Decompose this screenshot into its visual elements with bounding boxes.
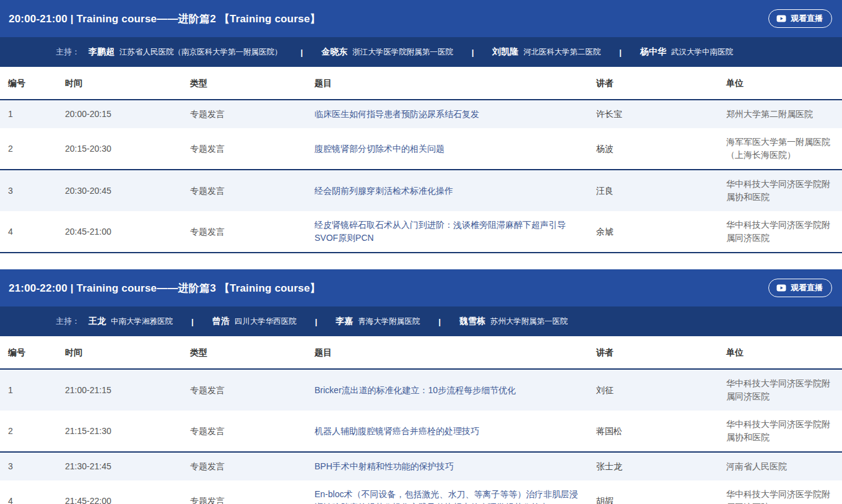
watch-live-button-2[interactable]: 观看直播 xyxy=(768,279,832,297)
cell-number: 2 xyxy=(0,411,57,452)
hosts-label: 主持： xyxy=(56,316,80,327)
host-name: 曾浩 xyxy=(212,316,230,327)
cell-speaker: 余虓 xyxy=(588,211,718,253)
play-icon xyxy=(776,14,786,24)
cell-time: 20:45-21:00 xyxy=(57,211,182,253)
table-row: 4 21:45-22:00 专题发言 En-bloc术（不同设备，包括激光、水刀… xyxy=(0,480,842,504)
host-affiliation: 浙江大学医学院附属第一医院 xyxy=(352,47,453,58)
col-header-type: 类型 xyxy=(182,67,306,100)
host-affiliation: 武汉大学中南医院 xyxy=(671,47,733,58)
table-header-row: 编号 时间 类型 题目 讲者 单位 xyxy=(0,67,842,100)
cell-type: 专题发言 xyxy=(182,369,306,411)
cell-time: 20:30-20:45 xyxy=(57,170,182,211)
cell-unit: 华中科技大学同济医学院附属协和医院 xyxy=(718,411,842,452)
cell-unit: 郑州大学第二附属医院 xyxy=(718,100,842,128)
host-separator: | xyxy=(191,317,194,326)
table-row: 3 21:30-21:45 专题发言 BPH手术中射精和性功能的保护技巧 张士龙… xyxy=(0,452,842,480)
host-item: 金晓东 浙江大学医学院附属第一医院 xyxy=(321,46,453,58)
cell-unit: 华中科技大学同济医学院附属协和医院 xyxy=(718,170,842,211)
watch-live-button-1[interactable]: 观看直播 xyxy=(768,9,832,28)
schedule-table-1: 编号 时间 类型 题目 讲者 单位 1 20:00-20:15 专题发言 临床医… xyxy=(0,67,842,253)
cell-unit: 华中科技大学同济医学院附属同济医院 xyxy=(718,369,842,411)
cell-type: 专题发言 xyxy=(182,100,306,128)
cell-topic: Bricker流出道的标准化建立：10步流程每步细节优化 xyxy=(306,369,588,411)
cell-type: 专题发言 xyxy=(182,452,306,480)
session-1-title: 20:00-21:00 | Training course——进阶篇2 【Tra… xyxy=(9,12,321,26)
cell-speaker: 胡嘏 xyxy=(588,480,718,504)
host-separator: | xyxy=(472,48,474,57)
cell-topic: 经会阴前列腺穿刺活检术标准化操作 xyxy=(306,170,588,211)
table-row: 1 20:00-20:15 专题发言 临床医生如何指导患者预防泌尿系结石复发 许… xyxy=(0,100,842,128)
col-header-speaker: 讲者 xyxy=(588,67,718,100)
host-separator: | xyxy=(315,317,318,326)
host-name: 刘凯隆 xyxy=(492,46,518,58)
cell-number: 1 xyxy=(0,369,57,411)
host-affiliation: 江苏省人民医院（南京医科大学第一附属医院） xyxy=(119,47,282,58)
cell-speaker: 张士龙 xyxy=(588,452,718,480)
host-affiliation: 河北医科大学第二医院 xyxy=(523,47,601,58)
cell-type: 专题发言 xyxy=(182,128,306,170)
host-name: 魏雪栋 xyxy=(459,316,485,327)
cell-topic: 临床医生如何指导患者预防泌尿系结石复发 xyxy=(306,100,588,128)
table-row: 2 20:15-20:30 专题发言 腹腔镜肾部分切除术中的相关问题 杨波 海军… xyxy=(0,128,842,170)
table-header-row: 编号 时间 类型 题目 讲者 单位 xyxy=(0,336,842,369)
host-affiliation: 四川大学华西医院 xyxy=(235,316,297,327)
host-separator: | xyxy=(619,48,622,57)
watch-live-label: 观看直播 xyxy=(791,282,823,293)
host-name: 李嘉 xyxy=(336,316,353,327)
cell-speaker: 许长宝 xyxy=(588,100,718,128)
host-affiliation: 中南大学湘雅医院 xyxy=(111,316,173,327)
cell-number: 2 xyxy=(0,128,57,170)
cell-topic: BPH手术中射精和性功能的保护技巧 xyxy=(306,452,588,480)
host-affiliation: 青海大学附属医院 xyxy=(358,316,420,327)
col-header-number: 编号 xyxy=(0,67,57,100)
col-header-number: 编号 xyxy=(0,336,57,369)
table-row: 3 20:30-20:45 专题发言 经会阴前列腺穿刺活检术标准化操作 汪良 华… xyxy=(0,170,842,211)
host-name: 李鹏超 xyxy=(89,46,115,58)
host-name: 金晓东 xyxy=(321,46,347,58)
session-1-title-bar: 20:00-21:00 | Training course——进阶篇2 【Tra… xyxy=(0,0,842,37)
col-header-topic: 题目 xyxy=(306,336,588,369)
cell-time: 21:15-21:30 xyxy=(57,411,182,452)
watch-live-label: 观看直播 xyxy=(791,13,823,24)
cell-type: 专题发言 xyxy=(182,211,306,253)
hosts-bar-1: 主持： 李鹏超 江苏省人民医院（南京医科大学第一附属医院） | 金晓东 浙江大学… xyxy=(0,37,842,67)
cell-unit: 华中科技大学同济医学院附属同济医院 xyxy=(718,211,842,253)
cell-number: 1 xyxy=(0,100,57,128)
host-separator: | xyxy=(438,317,441,326)
cell-time: 20:00-20:15 xyxy=(57,100,182,128)
host-item: 刘凯隆 河北医科大学第二医院 xyxy=(492,46,601,58)
host-name: 杨中华 xyxy=(640,46,666,58)
host-item: 杨中华 武汉大学中南医院 xyxy=(640,46,733,58)
cell-type: 专题发言 xyxy=(182,170,306,211)
host-name: 王龙 xyxy=(89,316,106,327)
col-header-time: 时间 xyxy=(57,336,182,369)
host-item: 王龙 中南大学湘雅医院 xyxy=(89,316,173,327)
host-item: 李嘉 青海大学附属医院 xyxy=(336,316,420,327)
cell-topic: 腹腔镜肾部分切除术中的相关问题 xyxy=(306,128,588,170)
table-row: 1 21:00-21:15 专题发言 Bricker流出道的标准化建立：10步流… xyxy=(0,369,842,411)
cell-unit: 海军军医大学第一附属医院（上海长海医院） xyxy=(718,128,842,170)
table-row: 4 20:45-21:00 专题发言 经皮肾镜碎石取石术从入门到进阶：浅谈椎旁阻… xyxy=(0,211,842,253)
cell-speaker: 蒋国松 xyxy=(588,411,718,452)
host-affiliation: 苏州大学附属第一医院 xyxy=(490,316,568,327)
cell-speaker: 刘征 xyxy=(588,369,718,411)
cell-unit: 华中科技大学同济医学院附属同济医院 xyxy=(718,480,842,504)
col-header-type: 类型 xyxy=(182,336,306,369)
hosts-bar-2: 主持： 王龙 中南大学湘雅医院 | 曾浩 四川大学华西医院 | 李嘉 青海大学附… xyxy=(0,306,842,336)
col-header-time: 时间 xyxy=(57,67,182,100)
host-item: 李鹏超 江苏省人民医院（南京医科大学第一附属医院） xyxy=(89,46,282,58)
cell-number: 4 xyxy=(0,211,57,253)
col-header-unit: 单位 xyxy=(718,67,842,100)
host-separator: | xyxy=(301,48,303,57)
hosts-label: 主持： xyxy=(56,46,80,58)
cell-speaker: 汪良 xyxy=(588,170,718,211)
session-section-2: 21:00-22:00 | Training course——进阶篇3 【Tra… xyxy=(0,269,842,504)
host-item: 曾浩 四川大学华西医院 xyxy=(212,316,297,327)
cell-topic: 机器人辅助腹腔镜肾癌合并癌栓的处理技巧 xyxy=(306,411,588,452)
col-header-topic: 题目 xyxy=(306,67,588,100)
cell-time: 21:45-22:00 xyxy=(57,480,182,504)
cell-topic: En-bloc术（不同设备，包括激光、水刀、等离子等等）治疗非肌层浸润性膀胱癌的… xyxy=(306,480,588,504)
col-header-speaker: 讲者 xyxy=(588,336,718,369)
cell-type: 专题发言 xyxy=(182,411,306,452)
